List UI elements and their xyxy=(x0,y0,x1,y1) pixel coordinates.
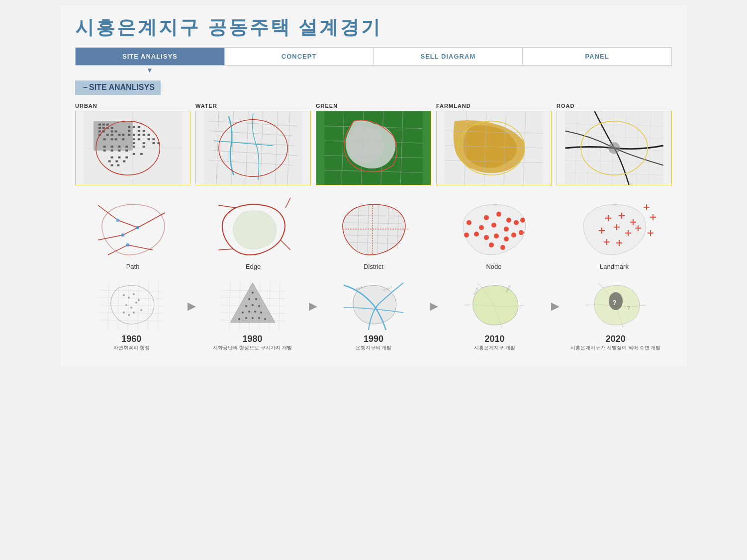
svg-rect-49 xyxy=(118,150,120,152)
svg-rect-19 xyxy=(111,138,113,140)
map-road-box xyxy=(557,111,672,185)
svg-point-108 xyxy=(608,142,620,154)
svg-point-228 xyxy=(260,312,262,314)
svg-point-229 xyxy=(238,318,240,320)
svg-rect-41 xyxy=(103,146,106,148)
timeline-1960: 1960 자연취락지 형성 xyxy=(75,280,187,351)
timeline-diagram-1990: 시흥월곶~ 은계지구 xyxy=(341,280,406,330)
map-farmland-label: FARMLAND xyxy=(436,103,552,109)
diagram-edge-box xyxy=(195,195,311,260)
diagram-path: Path xyxy=(75,195,190,270)
svg-rect-25 xyxy=(128,130,130,132)
svg-rect-54 xyxy=(118,157,120,159)
nav-tabs: SITE ANALISYS CONCEPT SELL DIAGRAM PANEL xyxy=(75,47,672,66)
svg-rect-3 xyxy=(102,124,105,126)
svg-point-142 xyxy=(506,218,511,223)
map-water-box xyxy=(195,111,311,185)
svg-rect-56 xyxy=(108,160,111,162)
diagram-path-label: Path xyxy=(126,263,140,270)
svg-point-148 xyxy=(494,234,499,239)
timeline-desc-2020: 시흥은계지구가 시발점이 되어 주변 개발 xyxy=(570,344,660,351)
svg-point-233 xyxy=(264,318,266,320)
svg-point-221 xyxy=(255,298,257,300)
timeline-desc-2010: 시흥은계지구 개발 xyxy=(474,344,515,351)
svg-rect-39 xyxy=(152,142,155,144)
tab-concept[interactable]: CONCEPT xyxy=(225,48,374,65)
svg-point-153 xyxy=(500,245,505,250)
svg-rect-52 xyxy=(140,153,143,155)
timeline-desc-1990: 은행지구의 개발 xyxy=(356,344,392,351)
map-road: ROAD xyxy=(557,103,672,185)
svg-point-226 xyxy=(248,311,250,313)
svg-point-157 xyxy=(520,218,525,223)
svg-rect-27 xyxy=(143,130,145,132)
svg-rect-24 xyxy=(138,126,140,128)
arrow-2: ▶ xyxy=(309,300,317,313)
timeline-row: 1960 자연취락지 형성 ▶ xyxy=(75,280,672,351)
timeline-diagram-2010: 수도권~ 서해안~ xyxy=(462,280,527,330)
svg-rect-23 xyxy=(133,126,135,128)
svg-rect-34 xyxy=(138,138,140,140)
diagrams-row: Path Edge xyxy=(75,195,672,270)
svg-rect-57 xyxy=(115,160,118,162)
svg-point-205 xyxy=(133,312,135,314)
maps-row: URBAN xyxy=(75,103,672,185)
svg-rect-21 xyxy=(122,138,124,140)
svg-rect-121 xyxy=(126,243,129,246)
timeline-1980: 1980 시화공단의 형성으로 구시가지 개발 xyxy=(196,280,308,351)
map-urban-box xyxy=(75,111,190,185)
page-container: 시흥은계지구 공동주택 설계경기 SITE ANALISYS CONCEPT S… xyxy=(60,5,687,366)
svg-rect-8 xyxy=(111,127,113,129)
tab-sell-diagram[interactable]: SELL DIAGRAM xyxy=(374,48,523,65)
diagram-node-box xyxy=(436,195,552,260)
timeline-diagram-1980 xyxy=(220,280,285,330)
timeline-year-2020: 2020 xyxy=(606,334,626,344)
svg-rect-45 xyxy=(133,146,135,148)
timeline-year-1980: 1980 xyxy=(243,334,263,344)
svg-rect-42 xyxy=(111,146,113,148)
tab-site-analysis[interactable]: SITE ANALISYS xyxy=(76,48,225,65)
svg-rect-118 xyxy=(116,219,119,222)
svg-text:?: ? xyxy=(627,306,630,311)
svg-rect-36 xyxy=(152,138,155,140)
svg-point-220 xyxy=(248,298,250,300)
svg-point-199 xyxy=(125,304,127,306)
diagram-district-label: District xyxy=(364,263,383,270)
diagram-district: District xyxy=(316,195,431,270)
timeline-year-1990: 1990 xyxy=(364,334,383,344)
svg-rect-46 xyxy=(143,146,145,148)
tab-panel[interactable]: PANEL xyxy=(523,48,671,65)
svg-point-224 xyxy=(258,305,260,307)
timeline-2020: ? ? 2020 시흥은계지구가 시발점이 되어 주변 개발 xyxy=(560,280,672,351)
map-water: WATER xyxy=(195,103,311,185)
svg-rect-11 xyxy=(111,130,113,132)
svg-rect-17 xyxy=(122,134,124,136)
diagram-landmark: Landmark xyxy=(557,195,672,270)
svg-rect-2 xyxy=(98,124,101,126)
svg-point-232 xyxy=(258,317,260,319)
svg-rect-37 xyxy=(133,142,135,144)
svg-point-195 xyxy=(123,294,125,296)
svg-rect-29 xyxy=(133,134,135,136)
svg-rect-43 xyxy=(118,146,120,148)
svg-point-202 xyxy=(140,309,142,311)
timeline-desc-1980: 시화공단의 형성으로 구시가지 개발 xyxy=(213,344,291,351)
svg-point-223 xyxy=(252,304,254,306)
svg-point-219 xyxy=(252,292,254,294)
svg-point-141 xyxy=(496,212,501,217)
svg-point-197 xyxy=(133,293,135,295)
svg-rect-51 xyxy=(133,153,135,155)
svg-point-230 xyxy=(245,317,247,319)
svg-rect-6 xyxy=(102,127,105,129)
diagram-landmark-box xyxy=(557,195,672,260)
timeline-year-1960: 1960 xyxy=(121,334,141,344)
svg-rect-12 xyxy=(114,130,117,132)
svg-text:?: ? xyxy=(612,299,617,307)
diagram-edge: Edge xyxy=(195,195,311,270)
map-green-label: GREEN xyxy=(316,103,431,109)
svg-rect-26 xyxy=(138,130,140,132)
svg-rect-14 xyxy=(106,134,109,136)
svg-point-147 xyxy=(484,235,489,240)
diagram-node: Node xyxy=(436,195,552,270)
svg-rect-20 xyxy=(114,138,117,140)
